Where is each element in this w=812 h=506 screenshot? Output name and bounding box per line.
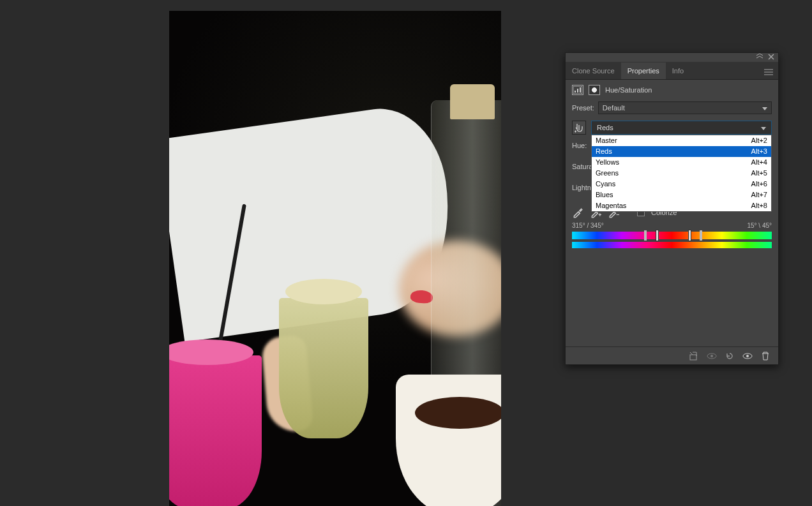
- adjustment-header: Hue/Saturation: [566, 80, 778, 99]
- color-range-option-cyans[interactable]: CyansAlt+6: [592, 179, 771, 190]
- preset-label: Preset:: [572, 104, 594, 112]
- chevron-down-icon: [761, 124, 766, 131]
- layer-mask-icon: [589, 85, 600, 95]
- tab-clone-source[interactable]: Clone Source: [566, 63, 621, 79]
- clip-to-layer-icon[interactable]: [689, 351, 699, 361]
- color-range-option-magentas[interactable]: MagentasAlt+8: [592, 200, 771, 211]
- panel-footer: [566, 346, 778, 364]
- svg-rect-2: [577, 89, 578, 93]
- adjustment-title: Hue/Saturation: [605, 86, 652, 94]
- hue-range-strip-top[interactable]: [572, 232, 772, 239]
- panel-titlebar: [566, 53, 778, 62]
- collapse-icon[interactable]: [756, 54, 763, 61]
- hue-range-strip-bottom: [572, 242, 772, 248]
- document-canvas[interactable]: [169, 11, 501, 506]
- adjustment-type-icon: [572, 85, 583, 95]
- preset-select[interactable]: Default: [598, 101, 772, 114]
- trash-icon[interactable]: [760, 351, 771, 361]
- visibility-icon[interactable]: [742, 351, 753, 361]
- color-range-option-yellows[interactable]: YellowsAlt+4: [592, 157, 771, 168]
- color-range-value: Reds: [597, 124, 613, 131]
- properties-panel: Clone Source Properties Info Hue/Saturat…: [565, 52, 779, 365]
- view-previous-icon[interactable]: [707, 351, 717, 361]
- panel-tabs: Clone Source Properties Info: [566, 62, 778, 80]
- color-range-option-master[interactable]: MasterAlt+2: [592, 135, 771, 146]
- chevron-down-icon: [762, 104, 767, 112]
- svg-point-6: [710, 355, 713, 357]
- tab-properties[interactable]: Properties: [621, 63, 666, 79]
- panel-menu-icon[interactable]: [759, 66, 778, 79]
- range-left: 315° / 345°: [572, 222, 604, 229]
- eyedropper-icon[interactable]: [572, 207, 583, 218]
- color-range-dropdown: MasterAlt+2 RedsAlt+3 YellowsAlt+4 Green…: [591, 135, 772, 212]
- reset-icon[interactable]: [725, 351, 735, 361]
- targeted-adjustment-tool[interactable]: [572, 121, 586, 135]
- range-right: 15° \ 45°: [747, 222, 772, 229]
- color-range-option-reds[interactable]: RedsAlt+3: [592, 146, 771, 157]
- color-range-option-blues[interactable]: BluesAlt+7: [592, 190, 771, 200]
- photo-placeholder: [169, 11, 501, 506]
- svg-rect-1: [575, 91, 576, 93]
- tab-info[interactable]: Info: [666, 63, 690, 79]
- color-range-select[interactable]: Reds: [591, 121, 772, 135]
- close-icon[interactable]: [768, 54, 774, 61]
- svg-rect-3: [580, 87, 581, 93]
- svg-rect-4: [690, 355, 696, 360]
- preset-value: Default: [603, 104, 625, 112]
- svg-point-8: [746, 355, 749, 357]
- color-range-option-greens[interactable]: GreensAlt+5: [592, 168, 771, 179]
